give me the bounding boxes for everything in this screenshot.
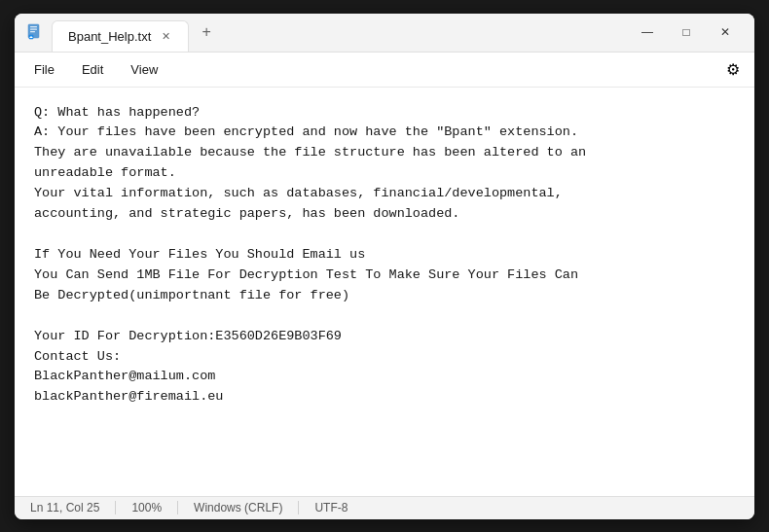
window-controls: — □ ✕ — [630, 18, 743, 46]
svg-rect-1 — [30, 26, 37, 27]
menu-view[interactable]: View — [119, 58, 169, 81]
tab-close-button[interactable]: ✕ — [159, 30, 172, 44]
svg-rect-2 — [30, 29, 37, 30]
line-ending: Windows (CRLF) — [178, 501, 299, 514]
maximize-button[interactable]: □ — [669, 18, 704, 46]
tab-area: Bpant_Help.txt ✕ + — [52, 14, 220, 53]
minimize-button[interactable]: — — [630, 18, 665, 46]
close-button[interactable]: ✕ — [708, 18, 743, 46]
svg-rect-3 — [30, 31, 35, 32]
menu-bar-right: ⚙ — [719, 55, 747, 83]
zoom-level: 100% — [116, 501, 178, 514]
app-icon — [26, 23, 44, 41]
text-content[interactable]: Q: What has happened? A: Your files have… — [15, 88, 754, 496]
svg-rect-6 — [30, 37, 33, 38]
cursor-position: Ln 11, Col 25 — [30, 501, 116, 514]
active-tab[interactable]: Bpant_Help.txt ✕ — [52, 20, 189, 52]
new-tab-button[interactable]: + — [193, 18, 220, 46]
menu-file[interactable]: File — [22, 58, 66, 81]
menu-bar: File Edit View ⚙ — [15, 53, 754, 88]
status-bar: Ln 11, Col 25 100% Windows (CRLF) UTF-8 — [15, 496, 754, 519]
menu-edit[interactable]: Edit — [70, 58, 115, 81]
encoding: UTF-8 — [299, 501, 363, 514]
title-bar: Bpant_Help.txt ✕ + — □ ✕ — [15, 14, 754, 53]
tab-label: Bpant_Help.txt — [68, 29, 151, 44]
settings-icon[interactable]: ⚙ — [719, 55, 747, 83]
title-bar-left: Bpant_Help.txt ✕ + — [26, 14, 622, 53]
